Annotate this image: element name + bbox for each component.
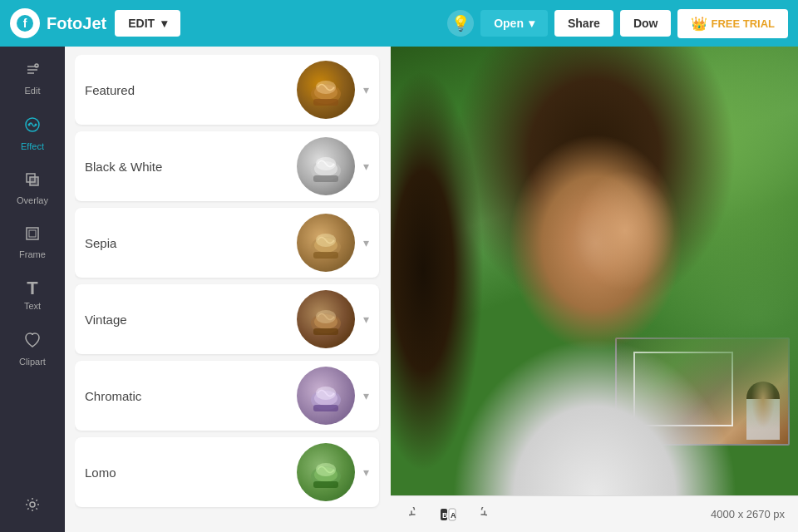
sidebar-item-edit-label: Edit [25,86,41,96]
bw-toggle-button[interactable]: B A [436,502,461,527]
download-label: Dow [633,17,658,30]
lightbulb-icon: 💡 [451,14,470,32]
effect-category-sepia[interactable]: Sepia ▾ [75,208,379,278]
download-button[interactable]: Dow [620,10,672,37]
clipart-icon [23,331,42,353]
chevron-down-icon: ▾ [363,313,369,326]
crown-icon: 👑 [691,16,707,32]
edit-icon [24,62,41,82]
svg-text:A: A [451,511,456,520]
sidebar-item-effect[interactable]: Effect [4,107,61,160]
effect-category-lomo[interactable]: Lomo ▾ [75,437,379,507]
canvas-dimensions: 4000 x 2670 px [711,508,785,520]
canvas-area[interactable]: B A 4000 x 2670 px [391,47,798,532]
sidebar-item-text-label: Text [24,301,41,311]
hint-icon[interactable]: 💡 [447,10,474,37]
svg-rect-11 [27,228,38,239]
open-button[interactable]: Open ▾ [480,10,548,37]
svg-rect-33 [313,405,338,411]
effects-scroll[interactable]: Featured ▾ [75,55,381,524]
logo: f FotoJet [10,8,106,38]
sidebar-item-effect-label: Effect [21,141,44,151]
logo-text: FotoJet [47,14,106,33]
rotate-right-button[interactable] [467,502,492,527]
svg-point-20 [316,157,336,170]
bottom-toolbar: B A 4000 x 2670 px [391,495,798,532]
share-label: Share [568,17,600,30]
svg-point-5 [35,64,38,67]
sidebar-item-edit[interactable]: Edit [4,53,61,104]
effect-bw-right: ▾ [297,137,369,195]
svg-point-8 [35,124,37,126]
effect-icon [23,116,42,138]
edit-dropdown-button[interactable]: EDIT ▾ [115,10,180,37]
chevron-down-icon: ▾ [161,17,167,30]
logo-icon: f [10,8,40,38]
text-icon: T [27,279,37,298]
thumb-inner [297,290,355,348]
sidebar-item-overlay-label: Overlay [17,195,48,205]
effect-lomo-label: Lomo [85,466,116,480]
svg-text:f: f [23,17,27,30]
thumb-inner [297,61,355,119]
effect-sepia-label: Sepia [85,236,116,250]
sidebar-item-frame[interactable]: Frame [4,217,61,268]
thumb-inner [297,367,355,425]
svg-point-28 [316,310,336,323]
share-button[interactable]: Share [554,10,613,37]
main-layout: Edit Effect Overlay [0,47,798,532]
svg-rect-12 [29,230,36,237]
effect-category-chromatic[interactable]: Chromatic ▾ [75,361,379,431]
svg-rect-10 [30,177,38,185]
svg-rect-25 [313,252,338,259]
open-label: Open [494,17,524,30]
chevron-down-icon: ▾ [363,83,369,96]
sidebar-item-text[interactable]: T Text [4,271,61,319]
effect-lomo-right: ▾ [297,443,369,501]
sidebar-item-overlay[interactable]: Overlay [4,163,61,214]
svg-point-24 [316,234,336,247]
frame-icon [24,225,41,246]
sidebar-item-frame-label: Frame [19,249,46,259]
thumb-inner [297,443,355,501]
free-trial-label: FREE TRIAL [711,17,775,30]
effect-vintage-thumbnail [297,290,355,348]
edit-label: EDIT [128,17,155,30]
effect-featured-right: ▾ [297,61,369,119]
chevron-down-icon: ▾ [363,236,369,249]
effect-bw-thumbnail [297,137,355,195]
effect-bw-label: Black & White [85,160,162,174]
effect-chromatic-thumbnail [297,367,355,425]
header-center: 💡 Open ▾ Share Dow 👑 FREE TRIAL [447,9,788,38]
svg-point-7 [28,124,31,126]
overlay-icon [24,171,41,192]
svg-text:B: B [442,511,448,520]
effect-featured-thumbnail [297,61,355,119]
sidebar-item-clipart[interactable]: Clipart [4,323,61,375]
effects-panel: Featured ▾ [65,47,391,532]
svg-rect-29 [313,328,338,335]
effect-category-featured[interactable]: Featured ▾ [75,55,379,125]
sidebar-item-clipart-label: Clipart [19,357,46,367]
svg-point-13 [30,502,35,507]
effect-chromatic-right: ▾ [297,367,369,425]
free-trial-button[interactable]: 👑 FREE TRIAL [677,9,788,38]
effect-category-vintage[interactable]: Vintage ▾ [75,284,379,354]
sidebar-item-settings[interactable] [4,488,61,525]
effect-sepia-thumbnail [297,214,355,272]
effect-lomo-thumbnail [297,443,355,501]
chevron-down-icon: ▾ [363,466,369,479]
bottom-toolbar-left: B A [404,502,492,527]
effect-featured-label: Featured [85,83,135,97]
effect-category-bw[interactable]: Black & White ▾ [75,131,379,201]
rotate-left-button[interactable] [404,502,429,527]
chevron-down-icon: ▾ [529,17,534,30]
sidebar: Edit Effect Overlay [0,47,65,532]
effect-chromatic-label: Chromatic [85,389,141,403]
effect-vintage-label: Vintage [85,313,127,327]
effect-vintage-right: ▾ [297,290,369,348]
svg-point-16 [316,81,336,94]
svg-rect-21 [313,175,338,182]
chevron-down-icon: ▾ [363,389,369,402]
chevron-down-icon: ▾ [363,160,369,173]
